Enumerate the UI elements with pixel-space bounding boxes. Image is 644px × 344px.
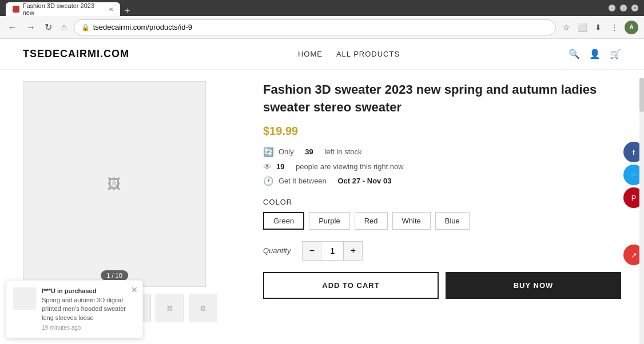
browser-chrome: Fashion 3D sweater 2023 new ✕ + – □ ✕: [0, 0, 644, 16]
product-meta: 🔄 Only 39 left in stock 👁 19 people are …: [263, 147, 621, 186]
color-section: COLOR Green Purple Red White Blue: [263, 198, 621, 230]
site-nav: TSEDECAIRMI.COM HOME ALL PRODUCTS 🔍 👤 🛒: [0, 39, 644, 70]
browser-menu-icon[interactable]: ⋮: [609, 22, 620, 33]
add-to-cart-button[interactable]: ADD TO CART: [263, 272, 439, 299]
profile-avatar[interactable]: A: [625, 21, 638, 34]
toolbar-icons: ☆ ⬜ ⬇ ⋮ A: [560, 21, 638, 34]
qty-increase-btn[interactable]: +: [344, 242, 362, 260]
nav-icons: 🔍 👤 🛒: [569, 49, 621, 59]
delivery-dates: Oct 27 - Nov 03: [337, 177, 391, 185]
product-price: $19.99: [263, 125, 621, 138]
stock-icon: 🔄: [263, 147, 274, 157]
twitter-icon: 🐦: [630, 171, 638, 179]
maximize-btn[interactable]: □: [620, 5, 627, 11]
tab-favicon: [13, 6, 19, 13]
color-white[interactable]: White: [392, 212, 431, 230]
toast-product-image: [13, 287, 36, 310]
delivery-prefix: Get it between: [279, 177, 327, 185]
stock-label: Only: [279, 147, 294, 156]
action-buttons: ADD TO CART BUY NOW: [263, 272, 621, 299]
color-label: COLOR: [263, 198, 621, 206]
product-title: Fashion 3D sweater 2023 new spring and a…: [263, 81, 621, 117]
new-tab-btn[interactable]: +: [120, 6, 134, 16]
downloads-icon[interactable]: ⬇: [593, 22, 604, 33]
reload-btn[interactable]: ↻: [42, 19, 54, 35]
main-product-image: 🖼 1 / 10: [23, 81, 206, 287]
share-icon: ↗: [631, 251, 637, 259]
tab-label: Fashion 3D sweater 2023 new: [23, 2, 105, 16]
image-placeholder-icon: 🖼: [108, 176, 121, 192]
viewers-count: 19: [276, 162, 284, 171]
lock-icon: 🔒: [81, 23, 90, 31]
color-purple[interactable]: Purple: [309, 212, 350, 230]
stock-row: 🔄 Only 39 left in stock: [263, 147, 621, 157]
toast-title: Spring and autumn 3D digital printed men…: [42, 296, 136, 322]
home-btn[interactable]: ⌂: [59, 20, 69, 35]
qty-input[interactable]: [321, 242, 344, 260]
scrollbar-thumb[interactable]: [639, 78, 644, 112]
stock-count: 39: [305, 147, 313, 156]
color-options: Green Purple Red White Blue: [263, 212, 621, 230]
tab-bar: Fashion 3D sweater 2023 new ✕ +: [6, 0, 605, 16]
window-controls: – □ ✕: [609, 5, 638, 11]
quantity-section: Quantity − +: [263, 241, 621, 261]
qty-decrease-btn[interactable]: −: [303, 242, 321, 260]
address-text: tsedecairmi.com/products/id-9: [93, 23, 192, 31]
toast-user: l***U in purchased: [42, 287, 136, 294]
color-blue[interactable]: Blue: [435, 212, 470, 230]
viewers-icon: 👁: [263, 162, 272, 171]
user-icon[interactable]: 👤: [589, 49, 601, 59]
clock-icon: 🕐: [263, 176, 274, 186]
cart-icon[interactable]: 🛒: [610, 49, 621, 59]
address-bar[interactable]: 🔒 tsedecairmi.com/products/id-9: [74, 19, 556, 35]
color-green[interactable]: Green: [263, 212, 304, 230]
toast-time: 19 minutes ago: [42, 325, 136, 331]
viewers-row: 👁 19 people are viewing this right now: [263, 162, 621, 171]
back-btn[interactable]: ←: [6, 20, 19, 35]
close-btn[interactable]: ✕: [631, 5, 638, 11]
tab-close-btn[interactable]: ✕: [109, 6, 113, 13]
toast-notification: l***U in purchased Spring and autumn 3D …: [6, 280, 143, 338]
minimize-btn[interactable]: –: [609, 5, 615, 11]
facebook-icon: f: [633, 148, 635, 157]
toast-content: l***U in purchased Spring and autumn 3D …: [42, 287, 136, 331]
website-content: TSEDECAIRMI.COM HOME ALL PRODUCTS 🔍 👤 🛒 …: [0, 39, 644, 344]
extensions-icon[interactable]: ⬜: [577, 22, 588, 33]
delivery-row: 🕐 Get it between Oct 27 - Nov 03: [263, 176, 621, 186]
thumbnail-5[interactable]: 🖼: [156, 294, 184, 322]
toast-close-btn[interactable]: ✕: [131, 285, 138, 294]
star-icon[interactable]: ☆: [560, 22, 572, 33]
scrollbar-track[interactable]: [639, 78, 644, 344]
buy-now-button[interactable]: BUY NOW: [446, 272, 621, 299]
nav-home[interactable]: HOME: [298, 50, 323, 58]
viewers-suffix: people are viewing this right now: [296, 162, 404, 171]
search-icon[interactable]: 🔍: [569, 49, 580, 59]
image-counter: 1 / 10: [101, 270, 128, 281]
nav-links: HOME ALL PRODUCTS: [298, 50, 400, 58]
product-info: Fashion 3D sweater 2023 new spring and a…: [263, 81, 621, 322]
stock-suffix: left in stock: [324, 147, 361, 156]
quantity-label: Quantity: [263, 246, 291, 255]
quantity-control: − +: [302, 241, 363, 261]
active-tab[interactable]: Fashion 3D sweater 2023 new ✕: [6, 2, 120, 16]
site-logo: TSEDECAIRMI.COM: [23, 48, 129, 60]
pinterest-icon: P: [631, 194, 637, 202]
nav-all-products[interactable]: ALL PRODUCTS: [336, 50, 400, 58]
browser-toolbar: ← → ↻ ⌂ 🔒 tsedecairmi.com/products/id-9 …: [0, 16, 644, 39]
thumbnail-6[interactable]: 🖼: [189, 294, 217, 322]
color-red[interactable]: Red: [355, 212, 388, 230]
forward-btn[interactable]: →: [24, 20, 38, 35]
